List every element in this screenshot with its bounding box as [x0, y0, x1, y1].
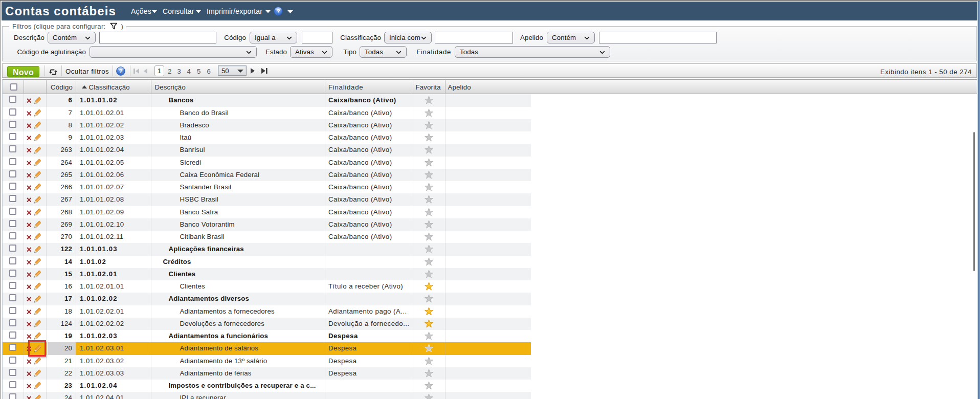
svg-text:?: ? — [276, 8, 280, 15]
svg-text:?: ? — [119, 68, 122, 75]
